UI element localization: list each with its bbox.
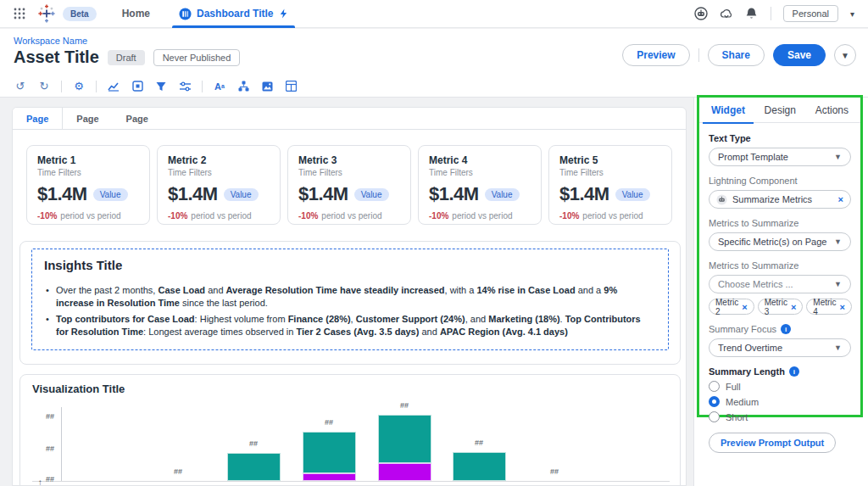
length-option-medium[interactable]: Medium [709, 396, 851, 407]
choose-metrics-select[interactable]: Choose Metrics ... ▼ [709, 275, 851, 293]
radio-short[interactable] [709, 411, 720, 422]
bar-value-label: ## [303, 418, 356, 427]
metric-filters: Time Filters [168, 168, 270, 177]
metric-name: Metric 5 [559, 154, 661, 166]
panel-tab-actions[interactable]: Actions [812, 98, 852, 123]
metric-delta-label: period vs period [60, 211, 120, 221]
lightning-component-pill[interactable]: Summarize Metrics × [709, 190, 851, 209]
page-tab-2[interactable]: Page [63, 108, 112, 129]
remove-chip-icon[interactable]: × [791, 302, 796, 312]
bar-segment-teal[interactable] [303, 432, 356, 473]
length-option-full[interactable]: Full [709, 381, 851, 392]
info-icon[interactable]: i [789, 366, 799, 377]
metric-card-5[interactable]: Metric 5 Time Filters $1.4MValue -10%per… [548, 145, 672, 225]
chip-label: Metric 2 [715, 298, 738, 316]
metric-card-3[interactable]: Metric 3 Time Filters $1.4MValue -10%per… [287, 145, 411, 225]
radio-label: Medium [726, 397, 759, 407]
page-sheet: Page Page Page Metric 1 Time Filters $1.… [12, 107, 687, 486]
metric-card-1[interactable]: Metric 1 Time Filters $1.4MValue -10%per… [26, 145, 150, 225]
layout-grid-icon[interactable] [284, 80, 298, 93]
save-button[interactable]: Save [773, 44, 826, 66]
beta-badge: Beta [63, 7, 97, 21]
metric-chip[interactable]: Metric 3× [758, 299, 804, 315]
save-options-caret-button[interactable]: ▼ [834, 44, 856, 66]
tableau-logo-icon[interactable] [37, 4, 56, 23]
sliders-icon[interactable] [178, 80, 192, 93]
remove-chip-icon[interactable]: × [840, 302, 845, 312]
filter-funnel-icon[interactable] [154, 80, 168, 93]
panel-tab-bar: Widget Design Actions [699, 98, 860, 123]
metric-value: $1.4M [298, 183, 348, 205]
settings-gear-icon[interactable]: ⚙ [72, 80, 86, 93]
text-type-value: Prompt Template [718, 152, 834, 162]
bot-assistant-icon[interactable] [694, 7, 708, 20]
notifications-bell-icon[interactable] [745, 7, 759, 20]
metric-card-4[interactable]: Metric 4 Time Filters $1.4MValue -10%per… [418, 145, 542, 225]
line-chart-icon[interactable] [107, 80, 120, 93]
share-button[interactable]: Share [708, 44, 765, 66]
workspace-breadcrumb-link[interactable]: Workspace Name [14, 36, 87, 46]
panel-tab-widget[interactable]: Widget [708, 98, 748, 123]
flow-nodes-icon[interactable] [236, 80, 250, 93]
text-style-icon[interactable]: Aa [213, 80, 226, 93]
metric-delta: -10% [168, 211, 187, 221]
y-axis-title: Axis Title → [34, 478, 43, 486]
cloud-sync-icon[interactable] [720, 7, 733, 20]
metric-value: $1.4M [429, 183, 479, 205]
metric-delta-label: period vs period [452, 211, 512, 221]
text-type-select[interactable]: Prompt Template ▼ [709, 148, 851, 166]
remove-component-icon[interactable]: × [838, 194, 843, 204]
bar-segment-magenta[interactable] [303, 473, 356, 481]
summary-focus-value: Trend Overtime [718, 343, 834, 353]
remove-chip-icon[interactable]: × [742, 302, 747, 312]
y-axis-line [61, 407, 62, 481]
radio-full[interactable] [709, 381, 720, 392]
metric-card-2[interactable]: Metric 2 Time Filters $1.4MValue -10%per… [157, 145, 281, 225]
bar-segment-magenta[interactable] [378, 463, 431, 481]
metric-filters: Time Filters [429, 168, 531, 177]
account-caret-down-icon[interactable]: ▾ [850, 9, 854, 19]
metric-chip[interactable]: Metric 2× [709, 299, 754, 315]
dashboard-tab-label: Dashboard Title [197, 8, 273, 20]
metric-chip[interactable]: Metric 4× [806, 299, 852, 315]
insights-selection-outline: Insights Title Over the past 2 months, C… [31, 249, 669, 350]
preview-prompt-output-button[interactable]: Preview Prompt Output [709, 433, 836, 453]
caret-down-icon: ▼ [834, 344, 842, 352]
header-divider [771, 7, 771, 20]
nav-home[interactable]: Home [122, 8, 150, 20]
bar-segment-teal[interactable] [378, 415, 431, 463]
metrics-to-summarize-label-2: Metrics to Summarize [709, 260, 851, 271]
bar-segment-teal[interactable] [227, 453, 281, 481]
insights-bullets: Over the past 2 months, Case Load and Av… [44, 284, 656, 338]
account-selector[interactable]: Personal [783, 5, 838, 22]
panel-tab-design[interactable]: Design [761, 98, 799, 123]
metric-filters: Time Filters [559, 168, 661, 177]
preview-button[interactable]: Preview [622, 44, 689, 66]
nav-tab-dashboard[interactable]: Dashboard Title [172, 0, 294, 28]
top-header: Beta Home Dashboard Title Personal ▾ [0, 0, 868, 28]
visualization-widget[interactable]: Visualization Title ## ## ## Axis Title … [19, 374, 681, 486]
info-icon[interactable]: i [781, 324, 791, 334]
metric-value-badge: Value [485, 188, 520, 201]
chip-label: Metric 3 [765, 298, 787, 316]
widget-box-icon[interactable] [131, 80, 144, 93]
metric-value: $1.4M [168, 183, 218, 205]
page-tab-1[interactable]: Page [12, 108, 63, 129]
waffle-menu-icon[interactable] [14, 8, 25, 20]
metric-value-badge: Value [224, 188, 259, 201]
insights-widget[interactable]: Insights Title Over the past 2 months, C… [19, 241, 681, 365]
selected-metric-chips: Metric 2× Metric 3× Metric 4× [709, 299, 851, 315]
metric-value: $1.4M [559, 183, 609, 205]
length-option-short[interactable]: Short [709, 411, 851, 422]
metrics-scope-select[interactable]: Specific Metric(s) on Page ▼ [709, 232, 851, 251]
metric-name: Metric 2 [168, 154, 270, 166]
bar-segment-teal[interactable] [453, 452, 506, 481]
summary-focus-select[interactable]: Trend Overtime ▼ [709, 338, 851, 357]
radio-medium-selected[interactable] [709, 396, 720, 407]
image-icon[interactable] [260, 80, 274, 93]
x-axis-baseline [32, 481, 670, 482]
undo-icon[interactable]: ↺ [14, 80, 27, 93]
page-tab-3[interactable]: Page [113, 108, 162, 129]
summary-length-label: Summary Length [709, 366, 785, 377]
redo-icon[interactable]: ↻ [37, 80, 51, 93]
